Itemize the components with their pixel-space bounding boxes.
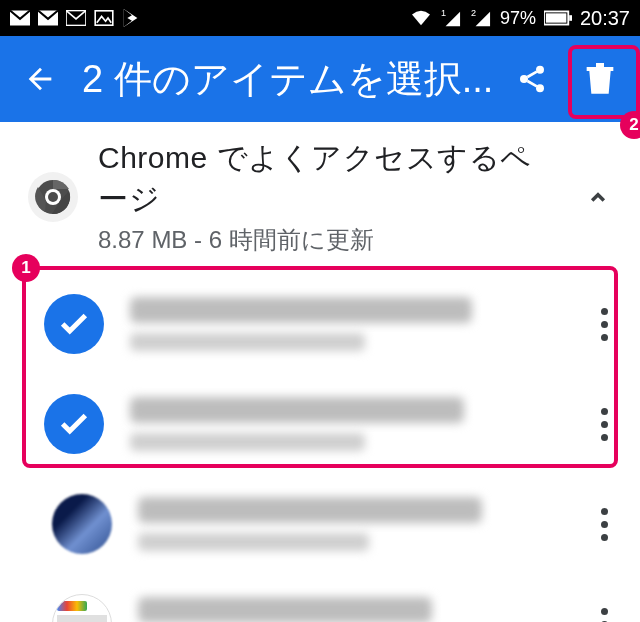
blurred-subtitle <box>130 333 365 351</box>
delete-button[interactable] <box>574 53 626 105</box>
page-thumbnail <box>52 494 112 554</box>
svg-rect-11 <box>546 13 567 22</box>
list-item[interactable] <box>0 374 640 474</box>
clock-text: 20:37 <box>580 7 630 30</box>
android-status-bar: 1 2 97% 20:37 <box>0 0 640 36</box>
battery-icon <box>544 10 572 26</box>
blurred-subtitle <box>138 533 369 551</box>
gmail-icon <box>66 10 86 26</box>
share-button[interactable] <box>506 53 558 105</box>
list-item[interactable] <box>0 274 640 374</box>
svg-marker-9 <box>475 12 490 27</box>
list-item-body <box>138 497 558 551</box>
more-button[interactable] <box>584 308 624 341</box>
list-item-body <box>130 297 558 351</box>
image-icon <box>94 10 114 26</box>
back-button[interactable] <box>14 53 66 105</box>
status-left-icons <box>10 8 140 28</box>
list-item[interactable] <box>0 574 640 622</box>
selection-check-icon[interactable] <box>44 394 104 454</box>
svg-marker-7 <box>445 12 460 27</box>
app-bar-title: 2 件のアイテムを選択... <box>82 54 490 105</box>
svg-point-14 <box>520 75 528 83</box>
list-item-body <box>138 597 558 622</box>
more-button[interactable] <box>584 508 624 541</box>
annotation-badge-2: 2 <box>620 111 640 139</box>
chrome-icon <box>28 172 78 222</box>
section-header[interactable]: Chrome でよくアクセスするページ 8.87 MB - 6 時間前に更新 <box>0 122 640 274</box>
page-thumbnail <box>52 594 112 622</box>
page-list: 1 <box>0 274 640 622</box>
battery-percent-text: 97% <box>500 8 536 29</box>
section-title-text: Chrome でよくアクセスするページ <box>98 138 558 220</box>
svg-text:2: 2 <box>471 8 476 18</box>
gmail-icon <box>10 10 30 26</box>
sim2-signal-icon: 2 <box>470 8 492 28</box>
svg-point-18 <box>48 192 58 202</box>
list-item-body <box>130 397 558 451</box>
collapse-chevron-icon[interactable] <box>578 177 618 217</box>
more-button[interactable] <box>584 608 624 623</box>
svg-rect-12 <box>569 15 572 21</box>
blurred-title <box>130 397 464 423</box>
selection-check-icon[interactable] <box>44 294 104 354</box>
blurred-title <box>138 597 432 622</box>
blurred-title <box>130 297 472 323</box>
section-subtitle-text: 8.87 MB - 6 時間前に更新 <box>98 224 558 256</box>
status-right-cluster: 1 2 97% 20:37 <box>410 7 630 30</box>
sim1-signal-icon: 1 <box>440 8 462 28</box>
svg-rect-3 <box>95 11 113 25</box>
more-button[interactable] <box>584 408 624 441</box>
svg-text:1: 1 <box>441 8 446 18</box>
wifi-icon <box>410 9 432 27</box>
blurred-title <box>138 497 482 523</box>
selection-app-bar: 2 件のアイテムを選択... 2 <box>0 36 640 122</box>
gmail-icon <box>38 10 58 26</box>
blurred-subtitle <box>130 433 365 451</box>
list-item[interactable] <box>0 474 640 574</box>
play-icon <box>122 8 140 28</box>
